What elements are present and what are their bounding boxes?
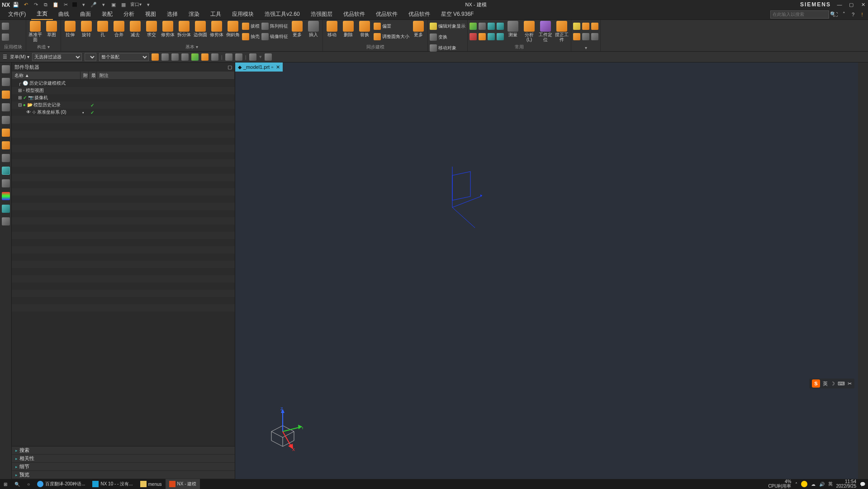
sogou-icon[interactable]: S xyxy=(812,379,820,388)
task-nx[interactable]: NX - 建模 xyxy=(166,479,200,489)
scope-select[interactable] xyxy=(85,53,96,61)
analyze-button[interactable]: 分析(L) xyxy=(522,21,536,42)
nav-icon[interactable] xyxy=(2,78,10,86)
viewport[interactable]: ◆ _model1.prt ▫ ✕ ▸ Z xyxy=(235,62,868,479)
dropdown-icon[interactable]: ▾ xyxy=(100,1,107,8)
search-field[interactable] xyxy=(773,12,830,17)
menu-assembly[interactable]: 装配 xyxy=(96,9,118,19)
moveobj-button[interactable]: 移动对象 xyxy=(430,43,456,53)
menu-view[interactable]: 视图 xyxy=(140,9,161,19)
nav-icon[interactable] xyxy=(2,217,10,225)
draft-button[interactable]: 拔模 xyxy=(242,22,260,31)
transform-button[interactable]: 变换 xyxy=(430,33,447,42)
sel-icon[interactable] xyxy=(225,53,232,61)
replace-button[interactable]: 替换 xyxy=(357,21,372,37)
datum-plane-button[interactable]: 基准平面 xyxy=(28,21,43,42)
cortana-button[interactable]: ○ xyxy=(24,479,33,489)
trim-button[interactable]: 修剪体 xyxy=(161,21,175,37)
menu-render[interactable]: 渲染 xyxy=(183,9,205,19)
task-folder[interactable]: menus xyxy=(137,479,166,489)
tree-row[interactable]: ┌ 🕓 历史记录建模模式 xyxy=(12,80,235,87)
g4e[interactable] xyxy=(488,22,495,31)
nav-icon[interactable] xyxy=(2,141,10,149)
menu-file[interactable]: 文件(F) xyxy=(3,9,31,19)
document-tab[interactable]: ◆ _model1.prt ▫ ✕ xyxy=(235,62,283,72)
shell-button[interactable]: 抽壳 xyxy=(242,32,260,41)
g4c[interactable] xyxy=(479,22,486,31)
sel-icon[interactable] xyxy=(181,53,189,61)
nav-icon[interactable] xyxy=(2,129,10,137)
menu-label[interactable]: 菜单(M) ▾ xyxy=(10,54,29,60)
g4b[interactable] xyxy=(470,32,477,41)
blend-button[interactable]: 边倒圆 xyxy=(193,21,208,37)
menu-surface[interactable]: 曲面 xyxy=(75,9,96,19)
search-input[interactable]: 🔍 xyxy=(770,10,829,19)
nav-icon[interactable] xyxy=(2,192,10,200)
ext3[interactable] xyxy=(582,22,589,31)
tool-shell[interactable] xyxy=(2,22,9,31)
tray-ime[interactable]: 英 xyxy=(828,481,833,487)
task-browser[interactable]: 百度翻译-200种语... xyxy=(33,479,89,489)
nav-icon[interactable] xyxy=(2,116,10,124)
cut-icon[interactable]: ✂ xyxy=(62,1,69,8)
resize-button[interactable]: 调整圆角大小 xyxy=(374,32,409,41)
menu-hq2[interactable]: 浩强图层 xyxy=(305,9,338,19)
subtract-button[interactable]: 减去 xyxy=(128,21,142,37)
assembly-select[interactable]: 整个装配 xyxy=(99,53,149,61)
tab-close-icon[interactable]: ✕ xyxy=(276,64,280,70)
pattern-button[interactable]: 阵列特征 xyxy=(261,22,288,31)
sel-icon[interactable] xyxy=(265,53,272,61)
offset-button[interactable]: 偏置 xyxy=(374,22,409,31)
menu-curve[interactable]: 曲线 xyxy=(53,9,75,19)
ext2[interactable] xyxy=(573,32,580,41)
window-label[interactable]: 窗口▾ xyxy=(130,1,142,8)
sel-icon[interactable] xyxy=(235,53,242,61)
dropdown-icon[interactable]: ▾ xyxy=(81,1,87,8)
tool-cube[interactable] xyxy=(2,33,9,42)
ext6[interactable] xyxy=(591,32,598,41)
color-swatch[interactable] xyxy=(72,2,77,7)
menu-home[interactable]: 主页 xyxy=(31,9,53,20)
nav-icon[interactable] xyxy=(2,167,10,175)
menu-select[interactable]: 选择 xyxy=(161,9,183,19)
tray-clock[interactable]: 11:54 2022/9/25 xyxy=(836,479,857,489)
tree-row[interactable]: 👁 ⊹ 基准坐标系 (0)▪✓ xyxy=(12,109,235,116)
intersect-button[interactable]: 求交 xyxy=(144,21,159,37)
hole-button[interactable]: 孔 xyxy=(95,21,110,37)
sel-icon[interactable] xyxy=(211,53,218,61)
split-button[interactable]: 拆分体 xyxy=(177,21,191,37)
trim2-button[interactable]: 修剪体 xyxy=(209,21,224,37)
ext4[interactable] xyxy=(582,32,589,41)
nav-icon[interactable] xyxy=(2,179,10,187)
window-icon[interactable]: ▣ xyxy=(110,1,117,8)
nav-section-dep[interactable]: 相关性 xyxy=(12,455,235,463)
revolve-button[interactable]: 旋转 xyxy=(79,21,94,37)
unite-button[interactable]: 合并 xyxy=(112,21,126,37)
nav-icon[interactable] xyxy=(2,103,10,111)
tab-pin-icon[interactable]: ▫ xyxy=(271,64,273,70)
help-icon[interactable]: ? xyxy=(850,11,856,18)
sel-icon[interactable] xyxy=(191,53,199,61)
nav-section-detail[interactable]: 细节 xyxy=(12,463,235,471)
g4d[interactable] xyxy=(479,32,486,41)
pin-icon[interactable]: ▢ xyxy=(228,64,232,70)
col-a[interactable]: 附 xyxy=(81,72,89,79)
minimize-icon[interactable]: — xyxy=(836,1,843,8)
insert-button[interactable]: 插入 xyxy=(306,21,321,37)
maximize-icon[interactable]: ▢ xyxy=(848,1,854,8)
col-notes[interactable]: 附注 xyxy=(97,72,235,79)
col-b[interactable]: 最 xyxy=(89,72,97,79)
tray-cloud-icon[interactable]: ☁ xyxy=(811,482,816,487)
copy-icon[interactable]: ⧉ xyxy=(43,1,49,8)
tree-row[interactable]: ⊟ ● 📂 模型历史记录✓ xyxy=(12,101,235,109)
nav-icon[interactable] xyxy=(2,91,10,99)
g4f[interactable] xyxy=(488,32,495,41)
menu-yp1[interactable]: 优品软件 xyxy=(338,9,370,19)
nav-icon[interactable] xyxy=(2,154,10,162)
editdisp-button[interactable]: 编辑对象显示 xyxy=(430,22,465,31)
menu-analysis[interactable]: 分析 xyxy=(118,9,140,19)
tree-body[interactable]: ┌ 🕓 历史记录建模模式 ⊞ ▫ 模型视图 ⊞ ✓ 📷 摄像机 ⊟ ● 📂 模型… xyxy=(12,80,235,446)
tray-notif-icon[interactable]: 💬 xyxy=(860,482,865,487)
tray-volume-icon[interactable]: 🔊 xyxy=(819,482,825,487)
menu-appmod[interactable]: 应用模块 xyxy=(227,9,259,19)
